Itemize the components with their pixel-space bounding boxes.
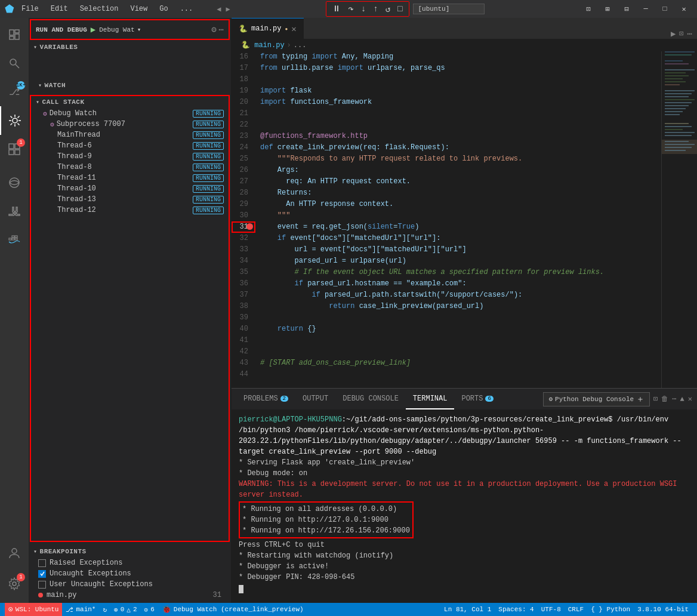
line-content[interactable]: if event["docs"]["matchedUrl"]["url"]:: [255, 233, 661, 244]
line-content[interactable]: url = event["docs"]["matchedUrl"]["url"]: [255, 244, 661, 255]
terminal-input-line[interactable]: [239, 585, 690, 593]
line-content[interactable]: if parsed_url.hostname == "example.com":: [255, 278, 661, 289]
tab-close-btn[interactable]: ✕: [291, 24, 296, 34]
status-encoding[interactable]: UTF-8: [538, 603, 565, 616]
nav-back[interactable]: ◀: [217, 5, 221, 14]
close-btn[interactable]: ✕: [676, 3, 692, 15]
breakpoint-item[interactable]: Uncaught Exceptions: [29, 568, 231, 579]
status-errors[interactable]: ⊗ 0 △ 2: [110, 603, 140, 616]
call-stack-item[interactable]: MainThreadRUNNING: [31, 130, 229, 140]
activity-source-control[interactable]: ⎇ 1K+: [0, 78, 29, 106]
debug-step-over-btn[interactable]: ↷: [347, 3, 355, 15]
more-actions-btn[interactable]: ⋯: [687, 29, 692, 39]
activity-debug[interactable]: [0, 106, 29, 135]
call-stack-item[interactable]: Thread-6RUNNING: [31, 140, 229, 151]
debug-config[interactable]: Debug Wat ▾: [99, 26, 141, 33]
line-content[interactable]: Returns:: [255, 187, 661, 199]
panel-tab-ports[interactable]: PORTS 6: [454, 389, 500, 409]
debug-step-into-btn[interactable]: ↓: [360, 4, 367, 14]
layout-more[interactable]: ⊟: [618, 3, 635, 15]
breadcrumb-file[interactable]: 🐍 main.py: [241, 41, 285, 50]
debug-restart-btn[interactable]: ↺: [384, 4, 391, 14]
maximize-btn[interactable]: □: [656, 3, 673, 15]
call-stack-item[interactable]: Thread-13RUNNING: [31, 194, 229, 205]
debug-stop-btn[interactable]: □: [396, 4, 403, 14]
line-content[interactable]: return case_link_preview(parsed_url): [255, 301, 661, 312]
sidebar-toggle[interactable]: ⊡: [580, 3, 597, 15]
status-position[interactable]: Ln 81, Col 1: [440, 603, 495, 616]
panel-tab-output[interactable]: OUTPUT: [295, 389, 335, 409]
status-debug-session[interactable]: 🐞 Debug Watch (create_link_preview): [158, 603, 307, 616]
line-content[interactable]: import flask: [255, 85, 661, 97]
sidebar-more-btn[interactable]: ⋯: [219, 24, 224, 35]
menu-go[interactable]: Go: [157, 4, 170, 14]
breakpoint-item[interactable]: Raised Exceptions: [29, 558, 231, 568]
status-branch[interactable]: ⎇ main*: [62, 603, 99, 616]
menu-view[interactable]: View: [128, 4, 150, 14]
status-language[interactable]: { } Python: [587, 603, 634, 616]
activity-docker[interactable]: [0, 226, 29, 254]
debug-step-out-btn[interactable]: ↑: [372, 4, 379, 14]
variables-header[interactable]: ▾ VARIABLES: [29, 41, 231, 53]
split-editor-btn[interactable]: ⊡: [679, 29, 683, 38]
line-content[interactable]: # If the event object URL matches a spec…: [255, 267, 661, 278]
status-python-version[interactable]: 3.8.10 64-bit: [634, 603, 692, 616]
line-content[interactable]: """: [255, 210, 661, 221]
line-content[interactable]: # [START add_ons_case_preview_link]: [255, 358, 661, 369]
panel-trash-btn[interactable]: 🗑: [661, 395, 668, 404]
activity-search[interactable]: [0, 49, 29, 78]
minimize-btn[interactable]: —: [637, 3, 654, 15]
breakpoint-item[interactable]: main.py31: [29, 590, 231, 600]
console-add-icon[interactable]: ＋: [636, 394, 644, 405]
call-stack-item[interactable]: Thread-8RUNNING: [31, 162, 229, 173]
line-content[interactable]: from typing import Any, Mapping: [255, 51, 661, 63]
panel-split-btn[interactable]: ⊡: [653, 395, 658, 404]
panel-tab-debug-console[interactable]: DEBUG CONSOLE: [335, 389, 406, 409]
status-sync[interactable]: ↻: [99, 603, 110, 616]
line-content[interactable]: @functions_framework.http: [255, 131, 661, 142]
debug-context-selector[interactable]: [ubuntu]: [413, 4, 485, 14]
code-editor[interactable]: 16from typing import Any, Mapping17from …: [232, 51, 661, 388]
breakpoint-item[interactable]: User Uncaught Exceptions: [29, 579, 231, 590]
panel-tab-problems[interactable]: PROBLEMS 2: [236, 389, 295, 409]
panel-close-btn[interactable]: ✕: [688, 395, 692, 404]
line-content[interactable]: import functions_framework: [255, 97, 661, 108]
line-content[interactable]: req: An HTTP request context.: [255, 176, 661, 187]
activity-extensions[interactable]: 1: [0, 135, 29, 164]
activity-account[interactable]: [0, 538, 29, 567]
debug-pause-btn[interactable]: ⏸: [331, 4, 342, 14]
line-content[interactable]: def create_link_preview(req: flask.Reque…: [255, 142, 661, 153]
status-remote[interactable]: ⊙ WSL: Ubuntu: [5, 603, 62, 616]
sidebar-gear-btn[interactable]: ⚙: [211, 24, 216, 35]
line-content[interactable]: """Responds to any HTTP request related …: [255, 153, 661, 165]
menu-more[interactable]: ...: [178, 4, 196, 14]
line-content[interactable]: Args:: [255, 165, 661, 176]
panel-maximize-btn[interactable]: ▲: [680, 395, 684, 404]
panel-more-btn[interactable]: ⋯: [672, 395, 676, 404]
bp-checkbox[interactable]: [38, 581, 46, 589]
status-spaces[interactable]: Spaces: 4: [495, 603, 537, 616]
activity-test[interactable]: [0, 197, 29, 226]
panel-tab-terminal[interactable]: TERMINAL: [406, 389, 455, 409]
line-content[interactable]: if parsed_url.path.startswith("/support/…: [255, 289, 661, 301]
status-ports[interactable]: ⊙ 6: [141, 603, 158, 616]
line-content[interactable]: event = req.get_json(silent=True): [255, 221, 661, 233]
line-content[interactable]: An HTTP response context.: [255, 199, 661, 210]
activity-settings[interactable]: 1: [0, 569, 29, 598]
call-stack-item[interactable]: Thread-11RUNNING: [31, 173, 229, 183]
breakpoints-header[interactable]: ▾ BREAKPOINTS: [29, 546, 231, 558]
breadcrumb-more[interactable]: ...: [294, 41, 307, 50]
watch-header[interactable]: ▾ WATCH: [33, 79, 226, 91]
tab-main-py[interactable]: 🐍 main.py ● ✕: [232, 18, 304, 39]
bp-checkbox[interactable]: [38, 559, 46, 567]
line-content[interactable]: parsed_url = urlparse(url): [255, 255, 661, 267]
line-content[interactable]: return {}: [255, 324, 661, 335]
activity-remote[interactable]: [0, 168, 29, 197]
terminal-content[interactable]: pierrick@LAPTOP-HKU5PNNG:~/git/add-ons-s…: [232, 409, 697, 603]
menu-selection[interactable]: Selection: [78, 4, 121, 14]
status-eol[interactable]: CRLF: [565, 603, 587, 616]
call-stack-item[interactable]: Thread-10RUNNING: [31, 183, 229, 194]
call-stack-item[interactable]: Thread-12RUNNING: [31, 205, 229, 215]
menu-edit[interactable]: Edit: [48, 4, 70, 14]
call-stack-item[interactable]: Thread-9RUNNING: [31, 151, 229, 162]
